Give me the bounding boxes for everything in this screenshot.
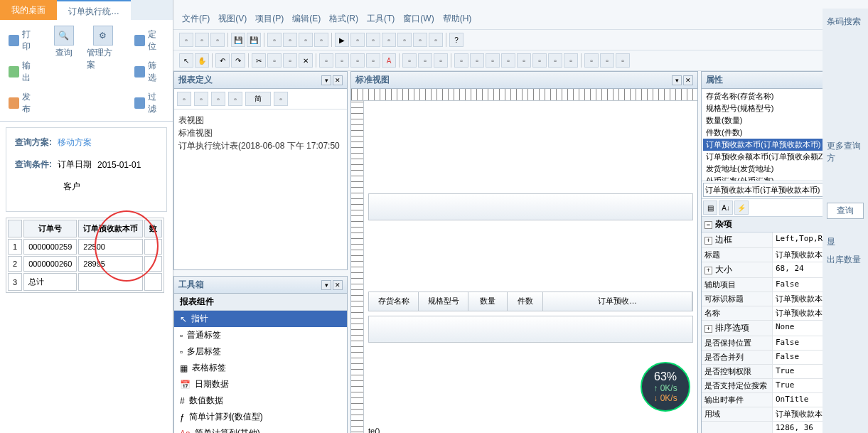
- tool-icon[interactable]: ▫: [194, 92, 208, 106]
- layout-icon[interactable]: ▫: [532, 53, 547, 68]
- tool-icon[interactable]: ▫: [413, 33, 427, 47]
- align-icon[interactable]: ▫: [350, 53, 365, 68]
- header-band[interactable]: 存货名称 规格型号 数量 件数 订单预收…: [368, 292, 693, 311]
- layout-icon[interactable]: ▫: [600, 53, 614, 68]
- filter-button[interactable]: 筛选: [133, 58, 166, 85]
- show-link[interactable]: 显: [827, 233, 864, 251]
- layout-icon[interactable]: ▫: [517, 53, 531, 68]
- tool-icon[interactable]: ▫: [299, 33, 313, 47]
- categorized-icon[interactable]: ▤: [703, 201, 717, 215]
- layout-icon[interactable]: ▫: [486, 53, 500, 68]
- date-value[interactable]: 2015-01-01: [97, 160, 141, 170]
- query-button[interactable]: 🔍查询: [54, 26, 74, 118]
- layout-icon[interactable]: ▫: [616, 53, 630, 68]
- alpha-icon[interactable]: A↓: [719, 201, 733, 215]
- table-row[interactable]: 2000000026028995: [8, 256, 162, 272]
- toolbox-item[interactable]: #数值数据: [174, 392, 347, 409]
- col-header[interactable]: 存货名称: [369, 292, 419, 311]
- menu-project[interactable]: 项目(P): [252, 11, 286, 26]
- tool-icon[interactable]: ▫: [429, 33, 443, 47]
- publish-button[interactable]: 发布: [7, 90, 40, 117]
- layout-icon[interactable]: ▫: [402, 53, 417, 68]
- stock-qty[interactable]: 出库数量: [827, 251, 864, 269]
- toolbox-item[interactable]: ▫多层标签: [174, 343, 347, 360]
- cut-icon[interactable]: ✂: [252, 53, 266, 68]
- layout-icon[interactable]: ▫: [434, 53, 448, 68]
- col-order-no[interactable]: 订单号: [23, 220, 77, 237]
- tab-desktop[interactable]: 我的桌面: [0, 0, 57, 20]
- filter2-button[interactable]: 过滤: [133, 90, 166, 117]
- copy2-icon[interactable]: ▫: [267, 53, 282, 68]
- align-icon[interactable]: ▫: [319, 53, 333, 68]
- font-icon[interactable]: A: [382, 53, 396, 68]
- query-button[interactable]: 查询: [827, 203, 864, 219]
- barcode-search[interactable]: 条码搜索: [827, 13, 864, 31]
- help-icon[interactable]: ?: [449, 33, 464, 47]
- layout-icon[interactable]: ▫: [501, 53, 515, 68]
- paste-icon[interactable]: ▫: [283, 33, 297, 47]
- col-header[interactable]: 件数: [508, 292, 543, 311]
- tool-icon[interactable]: ▫: [382, 33, 396, 47]
- toolbox-item[interactable]: ▫普通标签: [174, 327, 347, 343]
- layout-icon[interactable]: ▫: [454, 53, 468, 68]
- close-icon[interactable]: ✕: [333, 75, 343, 85]
- redo-icon[interactable]: ↷: [231, 53, 245, 68]
- layout-icon[interactable]: ▫: [470, 53, 484, 68]
- locate-button[interactable]: 定位: [133, 27, 166, 54]
- menu-edit[interactable]: 编辑(E): [289, 11, 323, 26]
- layout-icon[interactable]: ▫: [564, 53, 578, 68]
- repdef-tree[interactable]: 表视图 标准视图 订单执行统计表(2018-06-08 下午 17:07:50: [174, 109, 347, 156]
- copy-icon[interactable]: ▫: [267, 33, 282, 47]
- tool-icon[interactable]: ▫: [274, 92, 288, 106]
- tool-icon[interactable]: ▫: [314, 33, 328, 47]
- export-button[interactable]: 输出: [7, 58, 40, 85]
- close-icon[interactable]: ✕: [683, 75, 693, 85]
- pointer-icon[interactable]: ↖: [179, 53, 193, 68]
- toolbox-item-pointer[interactable]: ↖指针: [174, 311, 347, 327]
- hand-icon[interactable]: ✋: [195, 53, 209, 68]
- tool-icon[interactable]: ▫: [397, 33, 412, 47]
- menu-format[interactable]: 格式(R): [326, 11, 361, 26]
- table-row[interactable]: 1000000025922500: [8, 239, 162, 255]
- paste2-icon[interactable]: ▫: [283, 53, 297, 68]
- menu-tools[interactable]: 工具(T): [364, 11, 397, 26]
- events-icon[interactable]: ⚡: [734, 201, 749, 215]
- toolbox-item[interactable]: ▦表格标签: [174, 360, 347, 376]
- col-header[interactable]: 规格型号: [419, 292, 468, 311]
- band[interactable]: [368, 316, 693, 343]
- print-button[interactable]: 打印: [7, 27, 40, 54]
- tool-icon[interactable]: ▫: [350, 33, 365, 47]
- pin-icon[interactable]: ▾: [321, 280, 331, 290]
- tool-icon[interactable]: ▫: [366, 33, 380, 47]
- tool-icon[interactable]: ▫: [177, 92, 191, 106]
- col-count[interactable]: 数: [144, 220, 162, 237]
- undo-icon[interactable]: ↶: [215, 53, 230, 68]
- tree-item[interactable]: 表视图: [178, 114, 343, 127]
- new-icon[interactable]: ▫: [179, 33, 193, 47]
- toolbox-item[interactable]: ƒ简单计算列(数值型): [174, 409, 347, 425]
- col-header[interactable]: 数量: [468, 292, 508, 311]
- layout-icon[interactable]: ▫: [584, 53, 599, 68]
- col-advance-payment[interactable]: 订单预收款本币: [78, 220, 143, 237]
- menu-view[interactable]: 视图(V): [215, 11, 250, 26]
- toolbox-item[interactable]: 📅日期数据: [174, 376, 347, 392]
- scheme-value[interactable]: 移动方案: [58, 137, 92, 149]
- layout-icon[interactable]: ▫: [548, 53, 562, 68]
- layout-icon[interactable]: ▫: [418, 53, 432, 68]
- tool-icon[interactable]: ▫: [211, 92, 225, 106]
- tool-icon[interactable]: ▫: [228, 92, 242, 106]
- tab-order-stats[interactable]: 订单执行统…: [57, 0, 131, 20]
- dropdown-icon[interactable]: ▾: [672, 75, 682, 85]
- tree-item[interactable]: 标准视图: [178, 127, 343, 139]
- band[interactable]: [368, 193, 693, 220]
- save-icon[interactable]: 💾: [231, 33, 245, 47]
- delete-icon[interactable]: ✕: [299, 53, 313, 68]
- tree-item[interactable]: 订单执行统计表(2018-06-08 下午 17:07:50: [178, 139, 343, 152]
- tool-icon[interactable]: 简: [245, 92, 271, 106]
- run-icon[interactable]: ▶: [335, 33, 349, 47]
- saveall-icon[interactable]: 💾: [247, 33, 261, 47]
- total-row[interactable]: 3总计: [8, 273, 162, 291]
- toolbox-item[interactable]: Aa简单计算列(其他): [174, 425, 347, 433]
- toolbox-category[interactable]: 报表组件: [174, 294, 347, 311]
- doc-icon[interactable]: ▫: [210, 33, 225, 47]
